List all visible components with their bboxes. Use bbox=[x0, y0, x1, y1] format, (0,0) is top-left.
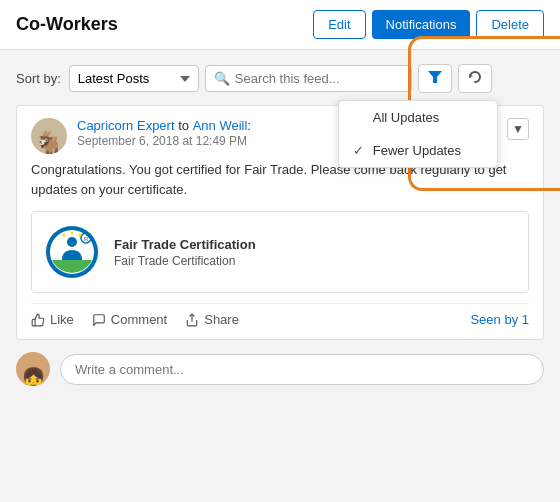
notifications-button[interactable]: Notifications bbox=[372, 10, 471, 39]
sort-select[interactable]: Latest PostsMost PopularRecent Activity bbox=[69, 65, 199, 92]
share-icon bbox=[185, 313, 199, 327]
sort-row: Sort by: Latest PostsMost PopularRecent … bbox=[16, 64, 544, 93]
share-button[interactable]: Share bbox=[185, 312, 239, 327]
post-actions: Like Comment Share Seen by 1 bbox=[31, 303, 529, 327]
svg-marker-0 bbox=[428, 71, 442, 83]
like-button[interactable]: Like bbox=[31, 312, 74, 327]
page-header: Co-Workers Edit Notifications Delete bbox=[0, 0, 560, 50]
comment-icon bbox=[92, 313, 106, 327]
controls-row: Latest PostsMost PopularRecent Activity … bbox=[69, 64, 492, 93]
svg-text:R: R bbox=[84, 236, 89, 242]
cert-logo: R bbox=[44, 224, 100, 280]
recipient-link[interactable]: Ann Weill bbox=[193, 118, 248, 133]
page-title: Co-Workers bbox=[16, 14, 118, 35]
sort-label: Sort by: bbox=[16, 71, 61, 86]
comment-input[interactable] bbox=[60, 354, 544, 385]
refresh-button[interactable] bbox=[458, 64, 492, 93]
fair-trade-logo-icon: R bbox=[44, 224, 100, 280]
cert-info: Fair Trade Certification Fair Trade Cert… bbox=[114, 237, 256, 268]
search-box: 🔍 bbox=[205, 65, 412, 92]
seen-by[interactable]: Seen by 1 bbox=[470, 312, 529, 327]
fewer-updates-option[interactable]: ✓ Fewer Updates bbox=[339, 134, 497, 167]
like-icon bbox=[31, 313, 45, 327]
refresh-icon bbox=[468, 70, 482, 84]
cert-subtitle: Fair Trade Certification bbox=[114, 254, 256, 268]
edit-button[interactable]: Edit bbox=[313, 10, 365, 39]
comment-row: 👧 bbox=[16, 352, 544, 386]
cert-card: R Fair Trade Certification Fair Trade Ce… bbox=[31, 211, 529, 293]
delete-button[interactable]: Delete bbox=[476, 10, 544, 39]
commenter-avatar: 👧 bbox=[16, 352, 50, 386]
svg-point-8 bbox=[79, 234, 82, 237]
filter-button[interactable] bbox=[418, 64, 452, 93]
author-link[interactable]: Capricorn Expert bbox=[77, 118, 175, 133]
search-icon: 🔍 bbox=[214, 71, 230, 86]
svg-point-7 bbox=[71, 232, 74, 235]
svg-point-6 bbox=[63, 234, 66, 237]
search-input[interactable] bbox=[235, 71, 403, 86]
avatar: 🐐 bbox=[31, 118, 67, 154]
cert-title: Fair Trade Certification bbox=[114, 237, 256, 252]
post-expand-button[interactable]: ▼ bbox=[507, 118, 529, 140]
filter-area: All Updates ✓ Fewer Updates bbox=[418, 64, 492, 93]
main-content: Sort by: Latest PostsMost PopularRecent … bbox=[0, 50, 560, 400]
header-actions: Edit Notifications Delete bbox=[313, 10, 544, 39]
to-label: to bbox=[178, 118, 192, 133]
filter-icon bbox=[428, 70, 442, 84]
comment-button[interactable]: Comment bbox=[92, 312, 167, 327]
filter-dropdown: All Updates ✓ Fewer Updates bbox=[338, 100, 498, 168]
svg-point-3 bbox=[67, 237, 77, 247]
all-updates-option[interactable]: All Updates bbox=[339, 101, 497, 134]
